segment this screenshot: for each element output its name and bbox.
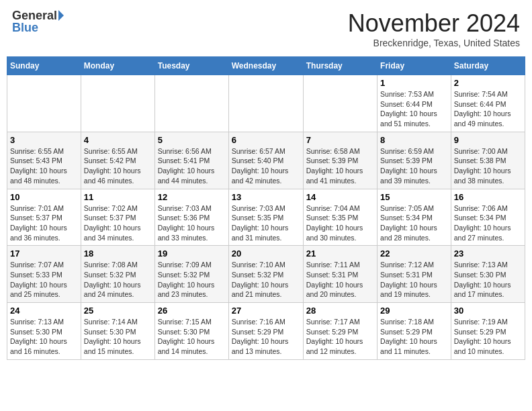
day-info: Sunrise: 7:02 AMSunset: 5:37 PMDaylight:… xyxy=(84,203,152,243)
logo: General Blue xyxy=(12,9,64,34)
day-number: 28 xyxy=(306,306,374,316)
calendar-body: 1Sunrise: 7:53 AMSunset: 6:44 PMDaylight… xyxy=(7,75,525,360)
day-info: Sunrise: 7:01 AMSunset: 5:37 PMDaylight:… xyxy=(10,203,78,243)
day-info: Sunrise: 7:10 AMSunset: 5:32 PMDaylight:… xyxy=(232,260,300,300)
calendar-cell xyxy=(228,75,303,132)
day-info: Sunrise: 7:07 AMSunset: 5:33 PMDaylight:… xyxy=(10,260,78,300)
day-info: Sunrise: 7:54 AMSunset: 6:44 PMDaylight:… xyxy=(454,89,522,129)
day-info: Sunrise: 6:55 AMSunset: 5:43 PMDaylight:… xyxy=(10,146,78,186)
day-number: 13 xyxy=(232,192,300,202)
calendar-cell: 30Sunrise: 7:19 AMSunset: 5:29 PMDayligh… xyxy=(451,303,525,360)
day-number: 26 xyxy=(158,306,226,316)
day-info: Sunrise: 7:14 AMSunset: 5:30 PMDaylight:… xyxy=(84,317,152,357)
day-number: 4 xyxy=(84,135,152,145)
calendar-cell: 14Sunrise: 7:04 AMSunset: 5:35 PMDayligh… xyxy=(303,189,377,246)
day-number: 9 xyxy=(454,135,522,145)
day-number: 15 xyxy=(380,192,448,202)
day-number: 5 xyxy=(158,135,226,145)
week-row-3: 10Sunrise: 7:01 AMSunset: 5:37 PMDayligh… xyxy=(7,189,525,246)
day-number: 3 xyxy=(10,135,78,145)
calendar-cell: 19Sunrise: 7:09 AMSunset: 5:32 PMDayligh… xyxy=(154,246,228,303)
day-number: 8 xyxy=(380,135,448,145)
day-info: Sunrise: 7:05 AMSunset: 5:34 PMDaylight:… xyxy=(380,203,448,243)
week-row-5: 24Sunrise: 7:13 AMSunset: 5:30 PMDayligh… xyxy=(7,303,525,360)
logo-general: General xyxy=(12,9,57,21)
calendar-table: SundayMondayTuesdayWednesdayThursdayFrid… xyxy=(7,56,525,360)
day-info: Sunrise: 7:11 AMSunset: 5:31 PMDaylight:… xyxy=(306,260,374,300)
day-number: 25 xyxy=(84,306,152,316)
day-number: 20 xyxy=(232,248,300,259)
day-number: 30 xyxy=(454,306,522,316)
calendar-cell: 16Sunrise: 7:06 AMSunset: 5:34 PMDayligh… xyxy=(451,189,525,246)
day-number: 12 xyxy=(158,192,226,202)
day-number: 7 xyxy=(306,135,374,145)
calendar-cell: 28Sunrise: 7:17 AMSunset: 5:29 PMDayligh… xyxy=(303,303,377,360)
day-info: Sunrise: 6:58 AMSunset: 5:39 PMDaylight:… xyxy=(306,146,374,186)
calendar-cell: 15Sunrise: 7:05 AMSunset: 5:34 PMDayligh… xyxy=(378,189,451,246)
calendar-cell: 26Sunrise: 7:15 AMSunset: 5:30 PMDayligh… xyxy=(154,303,228,360)
day-info: Sunrise: 7:04 AMSunset: 5:35 PMDaylight:… xyxy=(306,203,374,243)
day-info: Sunrise: 7:18 AMSunset: 5:29 PMDaylight:… xyxy=(380,317,448,357)
calendar-cell: 5Sunrise: 6:56 AMSunset: 5:41 PMDaylight… xyxy=(154,132,228,189)
day-header-tuesday: Tuesday xyxy=(154,57,228,75)
calendar-cell: 23Sunrise: 7:13 AMSunset: 5:30 PMDayligh… xyxy=(451,246,525,303)
calendar-cell: 1Sunrise: 7:53 AMSunset: 6:44 PMDaylight… xyxy=(378,75,451,132)
day-header-thursday: Thursday xyxy=(303,57,377,75)
day-number: 19 xyxy=(158,248,226,259)
day-info: Sunrise: 7:13 AMSunset: 5:30 PMDaylight:… xyxy=(454,260,522,300)
day-info: Sunrise: 6:59 AMSunset: 5:39 PMDaylight:… xyxy=(380,146,448,186)
day-info: Sunrise: 7:00 AMSunset: 5:38 PMDaylight:… xyxy=(454,146,522,186)
calendar-cell: 20Sunrise: 7:10 AMSunset: 5:32 PMDayligh… xyxy=(228,246,303,303)
day-info: Sunrise: 7:17 AMSunset: 5:29 PMDaylight:… xyxy=(306,317,374,357)
day-info: Sunrise: 6:55 AMSunset: 5:42 PMDaylight:… xyxy=(84,146,152,186)
calendar-cell: 12Sunrise: 7:03 AMSunset: 5:36 PMDayligh… xyxy=(154,189,228,246)
calendar-cell: 13Sunrise: 7:03 AMSunset: 5:35 PMDayligh… xyxy=(228,189,303,246)
page-header: General Blue November 2024 Breckenridge,… xyxy=(7,7,525,51)
day-number: 11 xyxy=(84,192,152,202)
day-info: Sunrise: 7:03 AMSunset: 5:36 PMDaylight:… xyxy=(158,203,226,243)
calendar-cell: 2Sunrise: 7:54 AMSunset: 6:44 PMDaylight… xyxy=(451,75,525,132)
day-number: 18 xyxy=(84,248,152,259)
day-info: Sunrise: 7:03 AMSunset: 5:35 PMDaylight:… xyxy=(232,203,300,243)
day-header-monday: Monday xyxy=(81,57,154,75)
day-info: Sunrise: 6:56 AMSunset: 5:41 PMDaylight:… xyxy=(158,146,226,186)
logo-arrow-icon xyxy=(58,10,64,21)
calendar-cell: 27Sunrise: 7:16 AMSunset: 5:29 PMDayligh… xyxy=(228,303,303,360)
calendar-cell: 25Sunrise: 7:14 AMSunset: 5:30 PMDayligh… xyxy=(81,303,154,360)
day-number: 1 xyxy=(380,78,448,88)
calendar-cell: 6Sunrise: 6:57 AMSunset: 5:40 PMDaylight… xyxy=(228,132,303,189)
day-number: 6 xyxy=(232,135,300,145)
calendar-cell: 10Sunrise: 7:01 AMSunset: 5:37 PMDayligh… xyxy=(7,189,81,246)
day-number: 14 xyxy=(306,192,374,202)
calendar-cell: 9Sunrise: 7:00 AMSunset: 5:38 PMDaylight… xyxy=(451,132,525,189)
day-info: Sunrise: 7:15 AMSunset: 5:30 PMDaylight:… xyxy=(158,317,226,357)
calendar-cell: 11Sunrise: 7:02 AMSunset: 5:37 PMDayligh… xyxy=(81,189,154,246)
day-info: Sunrise: 7:09 AMSunset: 5:32 PMDaylight:… xyxy=(158,260,226,300)
calendar-cell: 3Sunrise: 6:55 AMSunset: 5:43 PMDaylight… xyxy=(7,132,81,189)
title-area: November 2024 Breckenridge, Texas, Unite… xyxy=(348,9,520,48)
day-number: 2 xyxy=(454,78,522,88)
calendar-cell xyxy=(303,75,377,132)
day-header-saturday: Saturday xyxy=(451,57,525,75)
calendar-cell: 21Sunrise: 7:11 AMSunset: 5:31 PMDayligh… xyxy=(303,246,377,303)
days-of-week-row: SundayMondayTuesdayWednesdayThursdayFrid… xyxy=(7,57,525,75)
day-number: 17 xyxy=(10,248,78,259)
week-row-1: 1Sunrise: 7:53 AMSunset: 6:44 PMDaylight… xyxy=(7,75,525,132)
day-info: Sunrise: 7:13 AMSunset: 5:30 PMDaylight:… xyxy=(10,317,78,357)
calendar-title: November 2024 xyxy=(348,9,520,38)
day-header-wednesday: Wednesday xyxy=(228,57,303,75)
calendar-cell xyxy=(81,75,154,132)
calendar-cell: 4Sunrise: 6:55 AMSunset: 5:42 PMDaylight… xyxy=(81,132,154,189)
day-header-friday: Friday xyxy=(378,57,451,75)
day-number: 23 xyxy=(454,248,522,259)
logo-blue: Blue xyxy=(12,21,38,34)
calendar-cell: 18Sunrise: 7:08 AMSunset: 5:32 PMDayligh… xyxy=(81,246,154,303)
day-number: 16 xyxy=(454,192,522,202)
calendar-cell xyxy=(154,75,228,132)
day-number: 24 xyxy=(10,306,78,316)
day-info: Sunrise: 7:06 AMSunset: 5:34 PMDaylight:… xyxy=(454,203,522,243)
calendar-header: SundayMondayTuesdayWednesdayThursdayFrid… xyxy=(7,57,525,75)
week-row-4: 17Sunrise: 7:07 AMSunset: 5:33 PMDayligh… xyxy=(7,246,525,303)
day-info: Sunrise: 7:12 AMSunset: 5:31 PMDaylight:… xyxy=(380,260,448,300)
week-row-2: 3Sunrise: 6:55 AMSunset: 5:43 PMDaylight… xyxy=(7,132,525,189)
